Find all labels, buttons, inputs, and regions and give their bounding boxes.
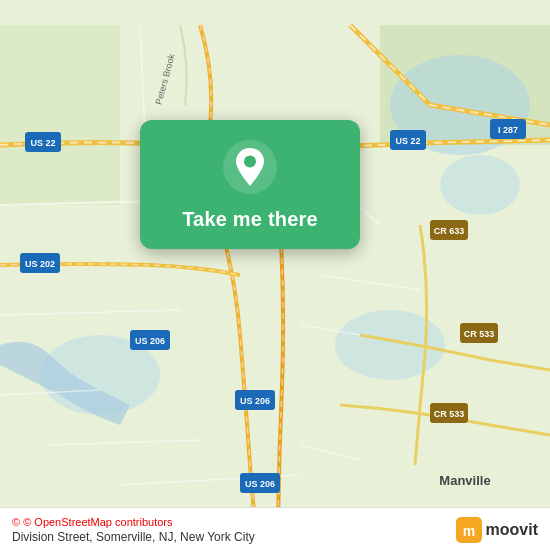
- svg-text:CR 533: CR 533: [464, 329, 495, 339]
- svg-text:US 206: US 206: [135, 336, 165, 346]
- action-card[interactable]: Take me there: [140, 120, 360, 249]
- svg-text:US 206: US 206: [245, 479, 275, 489]
- svg-text:m: m: [462, 523, 474, 539]
- svg-rect-1: [0, 25, 120, 205]
- bottom-bar: © © OpenStreetMap contributors Division …: [0, 507, 550, 550]
- moovit-logo-icon: m: [456, 517, 482, 543]
- svg-point-5: [335, 310, 445, 380]
- take-me-there-button[interactable]: Take me there: [182, 208, 318, 231]
- svg-point-4: [440, 155, 520, 215]
- svg-text:I 287: I 287: [498, 125, 518, 135]
- map-background: US 22 US 22 I 287 NJ 28 US 202 US 206 US…: [0, 0, 550, 550]
- svg-text:US 202: US 202: [25, 259, 55, 269]
- copyright-symbol: ©: [12, 516, 20, 528]
- svg-text:CR 633: CR 633: [434, 226, 465, 236]
- moovit-logo: m moovit: [456, 517, 538, 543]
- svg-text:Manville: Manville: [439, 473, 490, 488]
- location-pin-icon: [223, 140, 277, 194]
- address-label: Division Street, Somerville, NJ, New Yor…: [12, 530, 255, 544]
- svg-point-42: [244, 156, 256, 168]
- map-container: US 22 US 22 I 287 NJ 28 US 202 US 206 US…: [0, 0, 550, 550]
- svg-text:US 22: US 22: [30, 138, 55, 148]
- svg-text:US 22: US 22: [395, 136, 420, 146]
- svg-text:CR 533: CR 533: [434, 409, 465, 419]
- osm-credit: © © OpenStreetMap contributors: [12, 516, 255, 528]
- moovit-logo-text: moovit: [486, 521, 538, 539]
- osm-credit-text: © OpenStreetMap contributors: [23, 516, 172, 528]
- svg-text:US 206: US 206: [240, 396, 270, 406]
